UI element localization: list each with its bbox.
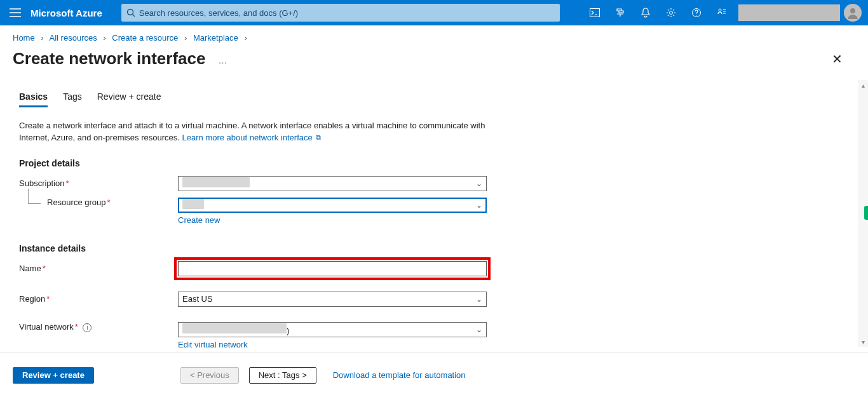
breadcrumb-home[interactable]: Home (13, 33, 35, 43)
resource-group-label: Resource group* (19, 198, 178, 207)
svg-point-7 (850, 8, 855, 13)
review-create-button[interactable]: Review + create (13, 367, 94, 384)
account-placeholder[interactable] (738, 4, 840, 21)
create-new-rg-link[interactable]: Create new (178, 215, 220, 225)
svg-rect-2 (590, 9, 600, 17)
hamburger-icon (10, 8, 21, 17)
region-dropdown[interactable]: East US ⌄ (178, 292, 487, 307)
breadcrumb-create-resource[interactable]: Create a resource (112, 33, 178, 43)
scroll-up-icon[interactable]: ▴ (858, 80, 868, 90)
top-icon-bar (582, 0, 735, 25)
scroll-down-icon[interactable]: ▾ (858, 337, 868, 347)
settings-icon[interactable] (658, 0, 684, 25)
redacted-value (182, 323, 287, 333)
svg-line-1 (132, 15, 135, 17)
help-icon[interactable] (684, 0, 709, 25)
chevron-right-icon: › (180, 33, 191, 43)
name-label: Name* (19, 264, 178, 273)
global-search[interactable] (121, 4, 560, 22)
notifications-icon[interactable] (633, 0, 658, 25)
search-icon (126, 8, 135, 17)
vnet-dropdown[interactable]: ) ⌄ (178, 322, 487, 337)
close-blade[interactable]: ✕ (832, 49, 855, 67)
brand[interactable]: Microsoft Azure (31, 8, 121, 18)
svg-point-5 (719, 9, 721, 11)
intro-text: Create a network interface and attach it… (19, 120, 492, 144)
feedback-icon[interactable] (709, 0, 735, 25)
svg-point-0 (127, 10, 133, 15)
redacted-value (182, 199, 204, 209)
breadcrumb-marketplace[interactable]: Marketplace (193, 33, 238, 43)
breadcrumb: Home › All resources › Create a resource… (0, 25, 868, 45)
azure-topbar: Microsoft Azure (0, 0, 868, 25)
directories-icon[interactable] (607, 0, 633, 25)
breadcrumb-all-resources[interactable]: All resources (50, 33, 97, 43)
user-icon (845, 5, 860, 20)
external-link-icon: ⧉ (316, 133, 321, 141)
chevron-down-icon: ⌄ (476, 179, 482, 188)
field-subscription: Subscription* ⌄ (19, 176, 849, 191)
avatar[interactable] (844, 4, 862, 22)
tree-line-icon (28, 189, 41, 204)
more-actions[interactable]: … (205, 49, 228, 65)
field-resource-group: Resource group* ⌄ Create new (19, 198, 849, 225)
field-virtual-network: Virtual network* i ) ⌄ Edit virtual netw… (19, 322, 849, 350)
section-project-details: Project details (19, 158, 849, 168)
edit-vnet-link[interactable]: Edit virtual network (178, 340, 248, 349)
feedback-tab[interactable] (864, 206, 868, 220)
title-row: Create network interface … ✕ (0, 45, 868, 71)
tab-tags[interactable]: Tags (63, 91, 82, 107)
redacted-value (182, 177, 250, 187)
menu-toggle[interactable] (0, 8, 31, 17)
tab-basics[interactable]: Basics (19, 91, 48, 107)
download-template-link[interactable]: Download a template for automation (333, 370, 466, 380)
field-region: Region* East US ⌄ (19, 292, 849, 307)
chevron-down-icon: ⌄ (476, 295, 482, 304)
page-title: Create network interface (13, 49, 205, 69)
subscription-label: Subscription* (19, 178, 178, 188)
footer-bar: Review + create < Previous Next : Tags >… (0, 353, 868, 397)
chevron-right-icon: › (240, 33, 250, 43)
search-input[interactable] (135, 8, 555, 18)
subscription-dropdown[interactable]: ⌄ (178, 176, 487, 191)
field-name: Name* (19, 261, 849, 276)
svg-point-3 (670, 11, 673, 15)
resource-group-dropdown[interactable]: ⌄ (178, 198, 487, 213)
next-button[interactable]: Next : Tags > (249, 367, 316, 384)
previous-button[interactable]: < Previous (180, 367, 239, 384)
tab-review-create[interactable]: Review + create (97, 91, 161, 107)
cloud-shell-icon[interactable] (582, 0, 607, 25)
region-label: Region* (19, 294, 178, 304)
learn-more-link[interactable]: Learn more about network interface ⧉ (182, 133, 322, 142)
section-instance-details: Instance details (19, 243, 849, 253)
chevron-right-icon: › (37, 33, 47, 43)
tab-bar: Basics Tags Review + create (19, 91, 849, 107)
chevron-down-icon: ⌄ (476, 325, 482, 334)
name-input[interactable] (178, 261, 487, 276)
vnet-label: Virtual network* i (19, 322, 178, 332)
info-icon[interactable]: i (83, 323, 92, 332)
chevron-down-icon: ⌄ (476, 201, 482, 210)
chevron-right-icon: › (99, 33, 109, 43)
main-panel: Basics Tags Review + create Create a net… (0, 76, 868, 353)
